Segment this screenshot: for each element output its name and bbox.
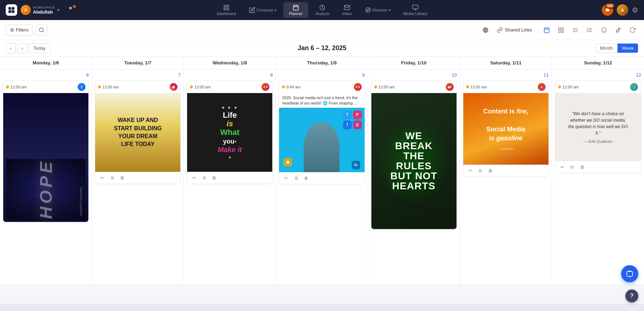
post-card-saturday[interactable]: 12:00 am ● Content is fire, Social Media… — [463, 81, 549, 177]
grid-view-button[interactable] — [555, 24, 567, 36]
day-header-monday: Monday, 1/6 — [0, 57, 92, 69]
duplicate-post-button-thu[interactable]: ⧉ — [292, 174, 301, 183]
post-card-wednesday[interactable]: 12:00 am ✦✕ ★ ★ ★ Life is What you- Make… — [187, 81, 273, 184]
calendar-day-tuesday: 7 12:00 am ◉ WAKE UP ANDSTART BUILDINGYO… — [92, 69, 184, 284]
edit-post-button-sat[interactable]: ✏ — [466, 166, 475, 175]
today-button[interactable]: Today — [29, 43, 50, 53]
toolbar-left: ⧉ Filters — [6, 24, 47, 36]
list-view-button[interactable] — [570, 24, 581, 36]
edit-post-button-wed[interactable]: ✏ — [190, 174, 199, 182]
day-header-wednesday: Wednesday, 1/8 — [184, 57, 276, 69]
svg-rect-24 — [544, 28, 549, 33]
post-card-sunday[interactable]: 12:00 am 🎭 "We don't have a choice on wh… — [555, 81, 641, 173]
threads-social-icon: @ — [353, 121, 362, 129]
day-header-saturday: Saturday, 1/11 — [460, 57, 552, 69]
post-card-header-wed: 12:00 am ✦✕ — [187, 81, 272, 93]
time-dot-tue — [98, 86, 101, 88]
tiktok-icon-button[interactable] — [613, 24, 624, 36]
post-card-thursday[interactable]: 9:49 am ✦✕ 2025: Social media isn't just… — [279, 81, 365, 184]
post-caption-thu: 2025: Social media isn't just a trend, i… — [279, 93, 364, 108]
time-dot-sat — [466, 86, 469, 88]
date-range-display: Jan 6 – 12, 2025 — [298, 44, 346, 52]
delete-post-button-thu[interactable]: 🗑 — [302, 174, 311, 183]
prev-week-button[interactable]: ‹ — [6, 43, 16, 53]
workspace-label: WORKSPACE — [33, 6, 55, 9]
svg-rect-28 — [558, 28, 560, 29]
svg-rect-5 — [224, 5, 226, 7]
duplicate-post-button-tue[interactable]: ⧉ — [108, 174, 117, 182]
nav-item-dashboard[interactable]: Dashboard — [211, 2, 242, 18]
nav-dashboard-label: Dashboard — [217, 11, 236, 16]
nav-item-inbox[interactable]: Inbox — [337, 2, 358, 18]
settings-icon[interactable]: ⚙ — [632, 6, 638, 14]
tiktok-social-icon: T — [343, 111, 352, 119]
post-card-actions-sun: ✏ ⧉ 🗑 — [555, 161, 641, 173]
delete-post-button-sat[interactable]: 🗑 — [486, 166, 495, 175]
edit-post-button-sun[interactable]: ✏ — [558, 163, 567, 171]
list-detail-view-button[interactable] — [584, 24, 595, 36]
svg-rect-31 — [562, 30, 564, 32]
emoji-view-button[interactable] — [598, 24, 610, 36]
user-avatar[interactable]: A — [617, 4, 628, 16]
svg-line-20 — [43, 31, 44, 32]
workspace-selector[interactable]: A WORKSPACE Abdullah ▾ — [21, 5, 59, 15]
nav-inbox-label: Inbox — [342, 11, 352, 16]
post-card-header-sun: 12:00 am 🎭 — [555, 81, 641, 93]
duplicate-post-button-sat[interactable]: ⧉ — [476, 166, 485, 175]
duplicate-post-button-wed[interactable]: ⧉ — [200, 174, 209, 182]
svg-point-38 — [587, 28, 588, 29]
instagram-social-icon: ◉ — [283, 158, 292, 166]
day-number-tuesday: 7 — [95, 72, 181, 78]
filters-label: Filters — [16, 27, 28, 33]
time-dot-thu — [282, 86, 285, 88]
workspace-name: Abdullah — [33, 9, 55, 15]
day-header-tuesday: Tuesday, 1/7 — [92, 57, 184, 69]
post-card-friday[interactable]: 12:00 am ◉P WEBREAKTHERULESBUT NOTHEARTS — [371, 81, 457, 229]
search-button[interactable] — [36, 24, 47, 36]
shared-links-button[interactable]: Shared Links — [494, 26, 535, 34]
post-card-header-thu: 9:49 am ✦✕ — [279, 81, 364, 93]
delete-post-button-sun[interactable]: 🗑 — [578, 163, 587, 171]
post-image-hope: HOPE wonderful counselor. — [3, 93, 88, 222]
day-number-friday: 10 — [371, 72, 457, 78]
nav-item-media-library[interactable]: Media Library — [398, 2, 433, 18]
compose-dropdown-icon: ▾ — [274, 8, 276, 12]
day-header-sunday: Sunday, 1/12 — [552, 57, 644, 69]
nav-item-analyze[interactable]: Analyze — [310, 2, 335, 18]
nav-right-section: 125 A ⚙ — [602, 4, 638, 16]
week-view-button[interactable]: Week — [618, 44, 638, 53]
post-image-life: ★ ★ ★ Life is What you- Make it ★ — [187, 93, 272, 172]
filters-button[interactable]: ⧉ Filters — [6, 25, 33, 35]
nav-item-discover[interactable]: Discover ▾ — [359, 5, 396, 15]
main-navigation: Dashboard Compose ▾ Planner — [211, 2, 433, 18]
help-fab-button[interactable]: ? — [625, 290, 638, 302]
day-number-monday: 6 — [3, 72, 89, 78]
facebook-social-icon: f — [343, 121, 352, 129]
post-card-tuesday[interactable]: 12:00 am ◉ WAKE UP ANDSTART BUILDINGYOUR… — [95, 81, 181, 184]
globe-icon-button[interactable] — [480, 24, 491, 36]
calendar-header: Monday, 1/6 Tuesday, 1/7 Wednesday, 1/8 … — [0, 57, 644, 69]
chatbot-fab-button[interactable] — [621, 265, 638, 282]
date-nav-controls: ‹ › Today — [6, 43, 50, 53]
next-week-button[interactable]: › — [17, 43, 27, 53]
duplicate-post-button-sun[interactable]: ⧉ — [568, 163, 577, 171]
refresh-button[interactable] — [627, 24, 638, 36]
svg-point-19 — [39, 28, 43, 32]
delete-post-button-wed[interactable]: 🗑 — [210, 174, 219, 182]
platform-facebook-icon: f — [78, 83, 86, 91]
delete-post-button-tue[interactable]: 🗑 — [118, 174, 127, 182]
post-card-header: 12:00 am f — [3, 81, 88, 93]
nav-item-compose[interactable]: Compose ▾ — [243, 5, 282, 15]
calendar-day-thursday: 9 9:49 am ✦✕ 2025: Social media isn't ju… — [276, 69, 368, 284]
post-card-monday[interactable]: 12:00 am f HOPE wonderful counselor. — [3, 81, 89, 222]
flag-button[interactable] — [68, 6, 75, 14]
nav-item-planner[interactable]: Planner — [283, 2, 308, 18]
month-view-button[interactable]: Month — [596, 44, 618, 53]
app-logo[interactable]: M — [6, 4, 17, 16]
pinterest-social-icon: P — [353, 111, 362, 119]
calendar-view-button[interactable] — [541, 24, 552, 36]
edit-post-button-tue[interactable]: ✏ — [98, 174, 107, 182]
edit-post-button-thu[interactable]: ✏ — [282, 174, 291, 183]
day-number-sunday: 12 — [555, 72, 641, 78]
notifications-button[interactable]: 125 — [602, 4, 613, 16]
